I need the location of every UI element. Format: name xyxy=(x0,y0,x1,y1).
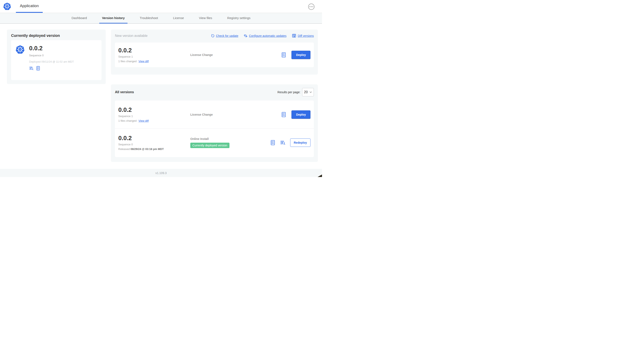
version-sequence: Sequence 1 xyxy=(118,55,190,58)
preflight-checklist-icon[interactable] xyxy=(270,140,276,145)
new-version-panel: New version available Check for update xyxy=(111,30,318,75)
new-version-card: 0.0.2 Sequence 1 1 files changed View di… xyxy=(115,43,314,67)
new-version-row: 0.0.2 Sequence 1 1 files changed View di… xyxy=(118,47,310,63)
more-options-button[interactable] xyxy=(308,4,314,10)
tab-license[interactable]: License xyxy=(170,13,187,24)
diff-icon xyxy=(292,34,296,38)
tab-registry-settings[interactable]: Registry settings xyxy=(224,13,253,24)
console-version-label: v1.109.3 xyxy=(155,171,167,175)
current-version-sequence: Sequence 0 xyxy=(29,54,74,57)
check-for-update-link[interactable]: Check for update xyxy=(211,34,238,38)
results-per-page-label: Results per page: xyxy=(278,91,300,94)
all-versions-panel: All versions Results per page: 20 0.0.2 … xyxy=(111,84,318,162)
version-source-label: Online Install xyxy=(190,137,270,141)
version-sequence: Sequence 0 xyxy=(118,143,190,146)
configure-automatic-updates-label: Configure automatic updates xyxy=(249,34,286,38)
diff-versions-link[interactable]: Diff versions xyxy=(292,34,314,38)
preflight-checklist-icon[interactable] xyxy=(36,66,40,71)
version-row: 0.0.2 Sequence 0 Released 08/29/24 @ 03:… xyxy=(115,129,314,157)
deploy-button[interactable]: Deploy xyxy=(292,110,310,119)
version-number: 0.0.2 xyxy=(118,47,190,54)
tab-troubleshoot[interactable]: Troubleshoot xyxy=(137,13,161,24)
files-changed-label: 1 files changed xyxy=(118,60,136,63)
version-source-label: License Change xyxy=(190,113,281,116)
footer: v1.109.3 xyxy=(0,169,322,177)
version-number: 0.0.2 xyxy=(118,107,190,113)
currently-deployed-card: 0.0.2 Sequence 0 Deployed 09/11/24 @ 11:… xyxy=(11,40,102,80)
admin-console-page: Application Dashboard Version history Tr… xyxy=(0,0,322,177)
logs-icon[interactable] xyxy=(280,140,286,145)
results-per-page-select[interactable]: 20 xyxy=(302,88,314,96)
kubernetes-app-icon xyxy=(15,45,25,75)
all-versions-title: All versions xyxy=(115,90,134,94)
refresh-icon xyxy=(211,34,214,38)
chevron-down-icon xyxy=(310,91,312,93)
preflight-checklist-icon[interactable] xyxy=(281,112,286,117)
preflight-checklist-icon[interactable] xyxy=(281,52,286,58)
app-subnav: Dashboard Version history Troubleshoot L… xyxy=(0,13,322,24)
currently-deployed-panel: Currently deployed version xyxy=(7,30,106,84)
tab-dashboard[interactable]: Dashboard xyxy=(69,13,90,24)
kubernetes-logo-icon xyxy=(3,0,11,13)
top-header: Application xyxy=(0,0,322,13)
tab-view-files[interactable]: View files xyxy=(196,13,215,24)
version-number: 0.0.2 xyxy=(118,135,190,141)
logs-icon[interactable] xyxy=(29,66,34,71)
deploy-button[interactable]: Deploy xyxy=(292,51,310,59)
configure-automatic-updates-link[interactable]: Configure automatic updates xyxy=(244,34,286,38)
tab-version-history[interactable]: Version history xyxy=(99,13,127,24)
files-changed-label: 1 files changed xyxy=(118,119,136,122)
version-sequence: Sequence 1 xyxy=(118,115,190,118)
app-tab-label: Application xyxy=(20,4,39,8)
view-diff-link[interactable]: View diff xyxy=(138,119,149,122)
version-released-timestamp: Released 08/29/24 @ 03:18 pm MDT xyxy=(118,147,190,151)
currently-deployed-badge: Currently deployed version xyxy=(190,143,230,148)
redeploy-button[interactable]: Redeploy xyxy=(290,138,310,147)
view-diff-link[interactable]: View diff xyxy=(138,60,149,63)
ellipsis-icon xyxy=(310,6,310,7)
all-versions-card: 0.0.2 Sequence 1 1 files changed View di… xyxy=(115,101,314,157)
current-version-number: 0.0.2 xyxy=(29,45,74,52)
new-version-title: New version available xyxy=(115,34,148,38)
currently-deployed-title: Currently deployed version xyxy=(11,34,102,38)
version-row: 0.0.2 Sequence 1 1 files changed View di… xyxy=(115,101,314,129)
diff-versions-label: Diff versions xyxy=(298,34,314,38)
check-for-update-label: Check for update xyxy=(216,34,238,38)
schedule-update-icon xyxy=(244,34,248,38)
results-per-page-value: 20 xyxy=(304,90,308,94)
version-source-label: License Change xyxy=(190,53,281,57)
app-tab[interactable]: Application xyxy=(16,0,43,13)
current-version-deployed-timestamp: Deployed 09/11/24 @ 11:02 am MDT xyxy=(29,60,74,63)
